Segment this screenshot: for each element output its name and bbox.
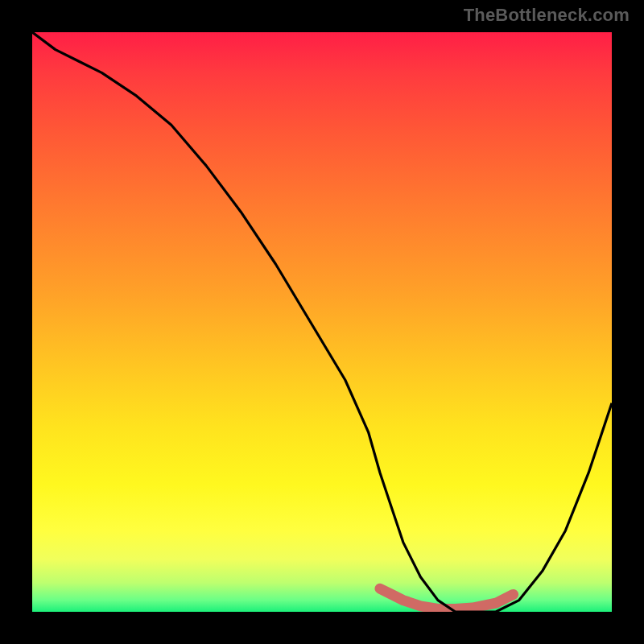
curve-layer: [32, 32, 612, 612]
watermark: TheBottleneck.com: [464, 5, 630, 26]
bottleneck-curve-line: [32, 32, 612, 612]
plot-area: [32, 32, 612, 612]
chart-frame: TheBottleneck.com: [0, 0, 644, 644]
